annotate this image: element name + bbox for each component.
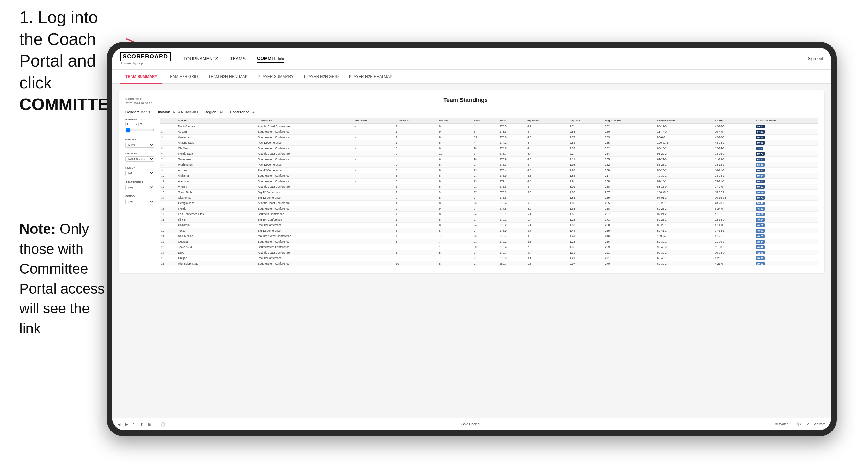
cell-pts: 50.34 xyxy=(754,190,818,195)
region-select[interactable]: N/A All xyxy=(125,170,154,176)
card-title: Team Standings xyxy=(152,97,779,104)
cell-vs25: 16-21-0 xyxy=(713,167,754,173)
cell-overall: 117-4-0 xyxy=(655,129,713,135)
min-rounds-from-input[interactable] xyxy=(125,122,134,126)
cell-reg-rank: - xyxy=(354,135,394,140)
nav-tournaments[interactable]: TOURNAMENTS xyxy=(184,55,218,63)
note-text: Only those with Committee Portal access … xyxy=(20,221,105,336)
view-original-btn[interactable]: View: Original xyxy=(460,423,480,426)
card-header: Update time: 27/03/2024 16:56:26 Team St… xyxy=(125,97,818,105)
cell-rnds: 18 xyxy=(472,146,498,151)
cell-wins: 275.9 xyxy=(498,157,525,162)
cell-adj-score: -2 xyxy=(525,245,568,250)
cell-wins: 277 xyxy=(498,179,525,184)
watch-btn[interactable]: 👁 Watch ▾ xyxy=(775,423,791,426)
cell-rnds: 7 xyxy=(472,151,498,157)
cell-rnds: 27 xyxy=(472,190,498,195)
cell-pts: 90.98 xyxy=(754,140,818,146)
toolbar-reload-icon[interactable]: ↻ xyxy=(132,422,136,427)
filter-region: Region: All xyxy=(205,110,223,114)
cell-avg-low: 217 xyxy=(603,173,655,179)
cell-wins: 273.8 xyxy=(498,135,525,140)
nav-committee[interactable]: COMMITTEE xyxy=(257,55,284,63)
sub-nav-player-h2h-grid[interactable]: PLAYER H2H GRID xyxy=(299,70,344,84)
cell-school: Auburn xyxy=(176,129,256,135)
cell-avg-sg: 1.44 xyxy=(568,228,603,234)
cell-rank: 24 xyxy=(160,250,176,255)
sub-nav-team-h2h-grid[interactable]: TEAM H2H GRID xyxy=(162,70,203,84)
cell-conf-rank: 3 xyxy=(394,228,437,234)
cell-no-tour: 8 xyxy=(437,217,472,222)
gender-select[interactable]: Men's Women's xyxy=(125,142,154,148)
cell-overall: 83-15-0 xyxy=(655,184,713,190)
conference-select[interactable]: (All) Atlantic Coast Conference Southeas… xyxy=(125,185,154,190)
cell-no-tour: 10 xyxy=(437,151,472,157)
toolbar-forward-icon[interactable]: ▶ xyxy=(125,422,128,427)
cell-rank: 5 xyxy=(160,146,176,151)
cell-no-tour: 7 xyxy=(437,239,472,245)
cell-rank: 23 xyxy=(160,245,176,250)
cell-overall: 88-17-0 xyxy=(655,124,713,129)
cell-pts: 39.13 xyxy=(754,261,818,267)
division-filter-label: Division xyxy=(125,152,154,155)
cell-pts: 38.54 xyxy=(754,239,818,245)
cell-reg-rank: - xyxy=(354,206,394,212)
cell-adj-score: -1.8 xyxy=(525,261,568,267)
min-rounds-to-input[interactable] xyxy=(138,122,147,126)
cell-adj-score: -5.1 xyxy=(525,212,568,217)
cell-reg-rank: - xyxy=(354,222,394,228)
toolbar-share-icon[interactable]: ⬆ xyxy=(140,422,144,427)
cell-reg-rank: - xyxy=(354,190,394,195)
cell-conf-rank: 4 xyxy=(394,222,437,228)
share-btn[interactable]: ↗ Share xyxy=(813,423,826,426)
main-layout: Minimum Rou... – Gender Men's xyxy=(125,118,818,267)
cell-conference: Pac-12 Conference xyxy=(256,167,354,173)
cell-overall: 86-25-1 xyxy=(655,162,713,167)
cell-conf-rank: 1 xyxy=(394,190,437,195)
cell-conference: Southeastern Conference xyxy=(256,239,354,245)
cell-conference: Southeastern Conference xyxy=(256,179,354,184)
cell-conf-rank: 4 xyxy=(394,157,437,162)
cell-no-tour: 8 xyxy=(437,222,472,228)
table-row: 8 Washington Pac-12 Conference - 2 8 23 … xyxy=(160,162,818,167)
cell-conference: Atlantic Coast Conference xyxy=(256,200,354,206)
min-rounds-range: – xyxy=(125,122,154,126)
cell-pts: 38.38 xyxy=(754,255,818,261)
cell-adj-score: -0.4 xyxy=(525,250,568,255)
cell-overall: 66-40-1 xyxy=(655,255,713,261)
clipboard-btn[interactable]: 📋 ▾ xyxy=(795,423,802,426)
school-select[interactable]: (All) xyxy=(125,199,154,205)
cell-adj-score: -3.5 xyxy=(525,190,568,195)
col-avg-low: Avg. Low Rd. xyxy=(603,118,655,124)
cell-reg-rank: - xyxy=(354,146,394,151)
min-rounds-slider[interactable] xyxy=(125,128,154,133)
cell-avg-sg: 1.41 xyxy=(568,234,603,239)
cell-pts: 46.02 xyxy=(754,206,818,212)
cell-wins: 279.2 xyxy=(498,239,525,245)
sub-nav-team-h2h-heatmap[interactable]: TEAM H2H HEATMAP xyxy=(203,70,253,84)
cell-conf-rank: 3 xyxy=(394,146,437,151)
toolbar-bookmark-icon[interactable]: ⊞ xyxy=(148,422,151,427)
sign-out-button[interactable]: Sign out xyxy=(802,56,823,61)
sub-nav-player-h2h-heatmap[interactable]: PLAYER H2H HEATMAP xyxy=(344,70,397,84)
division-select[interactable]: NCAA Division I NCAA Division II NCAA Di… xyxy=(125,156,154,162)
expand-btn[interactable]: ⤢ xyxy=(806,423,809,426)
sub-nav-team-summary[interactable]: TEAM SUMMARY xyxy=(120,70,162,84)
cell-adj-score: -6 xyxy=(525,162,568,167)
cell-rank: 1 xyxy=(160,124,176,129)
cell-rnds: 6 xyxy=(472,129,498,135)
cell-conference: Southeastern Conference xyxy=(256,157,354,162)
cell-reg-rank: - xyxy=(354,157,394,162)
cell-conference: Pac-12 Conference xyxy=(256,162,354,167)
col-rnds: Rnds xyxy=(472,118,498,124)
share-icon: ↗ xyxy=(813,423,816,426)
cell-wins: 274.2 xyxy=(498,140,525,146)
cell-rnds: 25 xyxy=(472,234,498,239)
cell-vs25: 4-21-0 xyxy=(713,261,754,267)
cell-conference: Southeastern Conference xyxy=(256,129,354,135)
toolbar-back-icon[interactable]: ◀ xyxy=(118,422,121,427)
cell-wins: 278.7 xyxy=(498,234,525,239)
cell-reg-rank: - xyxy=(354,179,394,184)
sub-nav-player-summary[interactable]: PLAYER SUMMARY xyxy=(253,70,299,84)
nav-teams[interactable]: TEAMS xyxy=(230,55,246,63)
